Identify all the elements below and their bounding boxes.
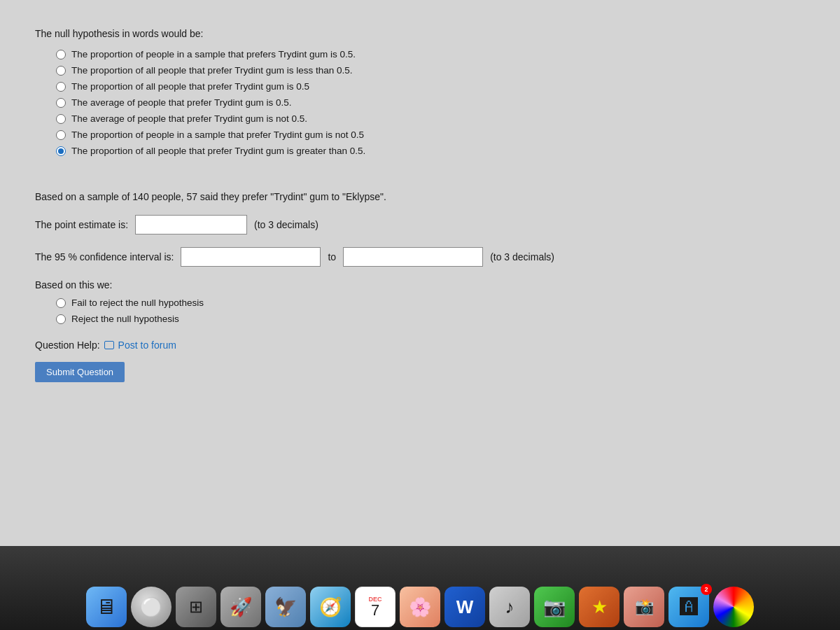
confidence-hint: (to 3 decimals) [490,251,554,262]
point-estimate-label: The point estimate is: [35,219,128,230]
hypothesis-option-2[interactable]: The proportion of all people that prefer… [56,65,805,76]
conclusion-radio-1[interactable] [56,298,66,308]
post-to-forum-label: Post to forum [118,340,176,351]
hypothesis-option-6[interactable]: The proportion of people in a sample tha… [56,130,805,140]
radio-1[interactable] [56,50,66,59]
radio-5[interactable] [56,114,66,124]
word-icon: W [456,596,474,618]
photos-icon: 🌸 [409,596,431,618]
post-to-forum-button[interactable]: Post to forum [104,340,176,351]
question-help-row: Question Help: Post to forum [35,340,805,351]
dock-appstore[interactable]: 🅰 2 [668,587,709,627]
dock-launchpad[interactable]: ⊞ [176,587,216,627]
hypothesis-option-7-text: The proportion of all people that prefer… [71,146,365,156]
hypothesis-option-2-text: The proportion of all people that prefer… [71,65,352,76]
dock-safari[interactable]: 🧭 [310,587,351,627]
stamps-icon: 🦅 [274,596,297,618]
conclusion-option-1-text: Fail to reject the null hypothesis [71,298,204,308]
radio-2[interactable] [56,66,66,76]
hypothesis-option-4[interactable]: The average of people that prefer Trydin… [56,97,805,108]
based-on-label: Based on this we: [35,279,805,290]
hypothesis-option-1-text: The proportion of people in a sample tha… [71,49,356,59]
siri-icon: ⚪ [140,596,162,618]
appstore-icon: 🅰 [680,596,698,618]
radio-7[interactable] [56,146,66,156]
music-icon: ♪ [505,596,514,618]
dock-photo2[interactable]: 📸 [624,587,664,627]
dock-finder[interactable]: 🖥 [86,587,127,627]
null-hypothesis-title: The null hypothesis in words would be: [35,28,805,39]
dock-word[interactable]: W [444,587,485,627]
hypothesis-option-4-text: The average of people that prefer Trydin… [71,97,291,108]
dock-stamps[interactable]: 🦅 [265,587,306,627]
conclusion-option-2-text: Reject the null hypothesis [71,314,179,324]
radio-6[interactable] [56,130,66,140]
question-help-label: Question Help: [35,340,100,351]
dock-photos[interactable]: 🌸 [400,587,440,627]
confidence-interval-row: The 95 % confidence interval is: to (to … [35,247,805,267]
sample-description: Based on a sample of 140 people, 57 said… [35,191,805,202]
hypothesis-option-3-text: The proportion of all people that prefer… [71,81,309,92]
confidence-high-input[interactable] [343,247,483,267]
launchpad-icon: ⊞ [189,597,203,617]
conclusion-option-1[interactable]: Fail to reject the null hypothesis [56,298,805,308]
hypothesis-options: The proportion of people in a sample tha… [56,49,805,156]
point-estimate-input[interactable] [135,215,247,234]
finder-icon: 🖥 [96,595,117,619]
confidence-to: to [328,251,336,262]
dock: 🖥 ⚪ ⊞ 🚀 🦅 🧭 DEC 7 🌸 W ♪ 📷 ★ 📸 [0,546,840,630]
dock-music[interactable]: ♪ [489,587,530,627]
hypothesis-option-5[interactable]: The average of people that prefer Trydin… [56,113,805,124]
point-estimate-hint: (to 3 decimals) [254,219,318,230]
rocket-icon: 🚀 [230,596,252,618]
radio-4[interactable] [56,98,66,108]
hypothesis-option-7[interactable]: The proportion of all people that prefer… [56,146,805,156]
submit-button[interactable]: Submit Question [35,362,125,382]
reeder-icon: ★ [592,596,608,618]
dock-rocket[interactable]: 🚀 [220,587,261,627]
appstore-badge: 2 [701,584,712,595]
hypothesis-option-1[interactable]: The proportion of people in a sample tha… [56,49,805,59]
radio-3[interactable] [56,82,66,92]
conclusion-radio-2[interactable] [56,314,66,324]
dock-calendar[interactable]: DEC 7 [355,587,396,627]
conclusion-option-2[interactable]: Reject the null hypothesis [56,314,805,324]
point-estimate-row: The point estimate is: (to 3 decimals) [35,215,805,234]
facetime-icon: 📷 [543,596,566,618]
hypothesis-option-5-text: The average of people that prefer Trydin… [71,113,307,124]
message-icon [104,341,114,349]
hypothesis-option-6-text: The proportion of people in a sample tha… [71,130,364,140]
safari-icon: 🧭 [319,596,342,618]
dock-colorful[interactable] [713,587,754,627]
photo2-icon: 📸 [635,598,654,616]
conclusion-options: Fail to reject the null hypothesis Rejec… [56,298,805,324]
dock-reeder[interactable]: ★ [579,587,620,627]
confidence-label: The 95 % confidence interval is: [35,251,174,262]
calendar-day: 7 [371,603,379,618]
dock-siri[interactable]: ⚪ [131,587,172,627]
dock-facetime[interactable]: 📷 [534,587,575,627]
hypothesis-option-3[interactable]: The proportion of all people that prefer… [56,81,805,92]
main-content: The null hypothesis in words would be: T… [0,0,840,546]
confidence-low-input[interactable] [181,247,321,267]
